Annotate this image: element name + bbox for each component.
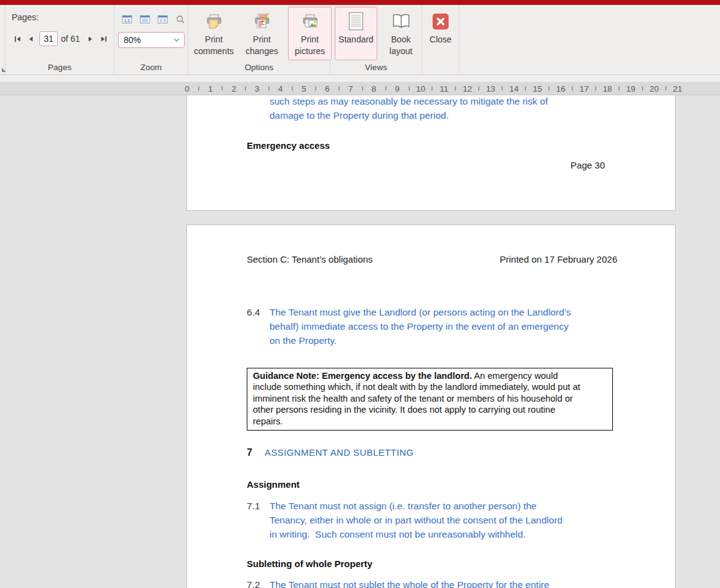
titlebar [0,0,720,5]
header-printed-date: Printed on 17 February 2026 [500,254,617,264]
ruler-tick [618,86,620,90]
group-label-zoom: Zoom [114,62,188,74]
page-navigation: of 61 [10,31,110,46]
header-section-title: Section C: Tenant’s obligations [247,254,373,264]
button-label: Print [295,34,325,46]
ruler-tick [502,86,503,90]
ruler-tick [572,86,573,90]
print-comments-button[interactable]: Printcomments [192,7,236,60]
ribbon-group-pages: Pages: of 61 [5,5,114,74]
section-number: 7 [247,447,252,458]
page30-body-text: such steps as may reasonably be necessar… [270,95,548,122]
last-page-button[interactable] [97,32,110,46]
ruler-mark: 0 [185,84,190,93]
clause-number: 7.1 [247,499,260,513]
current-page-input[interactable] [39,31,58,46]
ruler-tick [409,86,410,90]
ruler-mark: 13 [486,84,495,93]
clause-6-4: 6.4 The Tenant must give the Landlord (o… [247,305,571,348]
first-page-icon [14,35,22,43]
ribbon-group-zoom: 1:1 80% [114,5,188,74]
ruler-tick [268,86,270,90]
ruler-mark: 2 [231,84,236,93]
ruler-tick [595,86,596,90]
last-page-icon [100,35,108,43]
clause-number: 7.2 [247,578,260,588]
ruler-tick [455,86,456,90]
button-label: Close [430,34,452,46]
ruler-tick [478,86,479,90]
ruler-mark: 17 [580,84,589,93]
pages-field-label: Pages: [12,12,39,22]
button-label: changes [246,46,278,57]
ruler-mark: 18 [603,84,612,93]
ruler-mark: 9 [395,84,400,93]
ruler-tick [385,86,386,90]
previous-page-button[interactable] [24,32,38,46]
print-comments-icon [204,10,225,33]
ruler-tick [642,86,643,90]
ruler-mark: 7 [348,84,353,93]
ribbon-group-close: Close [422,5,459,74]
standard-view-button[interactable]: Standard [335,7,377,60]
first-page-button[interactable] [10,32,24,46]
print-preview-ribbon: Pages: of 61 [0,5,720,75]
zoom-100-button[interactable]: 1:1 [119,13,134,25]
group-label-views: Views [330,62,422,74]
ribbon-filler [459,5,720,74]
next-page-button[interactable] [83,32,97,46]
ruler-mark: 14 [510,84,519,93]
button-label: Print [194,34,234,46]
button-label: layout [390,46,412,57]
ruler-mark: 8 [372,84,377,93]
ruler-band: 0123456789101112131415161718192021 [0,82,720,95]
ribbon-corner-arrow-icon[interactable] [2,68,6,72]
svg-text:1:1: 1:1 [124,18,130,22]
zoom-magnifier-button[interactable] [173,13,188,25]
document-canvas: such steps as may reasonably be necessar… [0,95,720,588]
ruler-tick [362,86,363,90]
ruler-mark: 12 [463,84,472,93]
print-changes-button[interactable]: Printchanges [240,7,284,60]
zoom-page-width-icon [140,15,150,24]
book-layout-button[interactable]: Booklayout [380,7,422,60]
zoom-two-pages-button[interactable] [155,13,170,25]
zoom-page-width-button[interactable] [137,13,152,25]
ruler-tick [431,86,433,90]
zoom-two-pages-icon [158,15,168,24]
button-label: pictures [295,46,325,57]
ruler-mark: 16 [556,84,566,93]
close-icon [432,10,449,33]
book-layout-icon [392,10,410,33]
ruler-mark: 10 [416,84,425,93]
zoom-level-select[interactable]: 80% [118,32,185,48]
chevron-down-icon [174,38,184,42]
page31-header: Section C: Tenant’s obligations Printed … [247,254,617,264]
magnifier-icon [175,15,186,24]
page-31: Section C: Tenant’s obligations Printed … [186,224,676,588]
page-30: such steps as may reasonably be necessar… [186,95,676,211]
ruler-mark: 1 [208,84,213,93]
ribbon-group-options: Printcomments Printchanges Printpictures [188,5,330,74]
ruler-tick [222,86,223,90]
page-count-label: of 61 [61,34,80,44]
ruler-mark: 4 [278,84,283,93]
ruler-tick [665,86,666,90]
zoom-level-value: 80% [119,35,174,45]
ruler-mark: 5 [302,84,306,93]
ruler-tick [338,86,340,90]
previous-page-icon [27,35,35,43]
ruler-tick [548,86,550,90]
button-label: Print [246,34,278,46]
clause-number: 6.4 [247,305,260,319]
print-pictures-button[interactable]: Printpictures [288,7,332,60]
clause-7-1: 7.1 The Tenant must not assign (i.e. tra… [247,499,562,541]
emergency-access-heading: Emergency access [247,140,330,151]
ruler-mark: 21 [673,84,682,93]
page30-footer: Page 30 [247,160,605,170]
button-label: comments [194,46,234,57]
button-label: Book [390,34,412,46]
ruler-tick [315,86,316,90]
zoom-100-icon: 1:1 [122,15,132,24]
close-preview-button[interactable]: Close [425,7,457,60]
